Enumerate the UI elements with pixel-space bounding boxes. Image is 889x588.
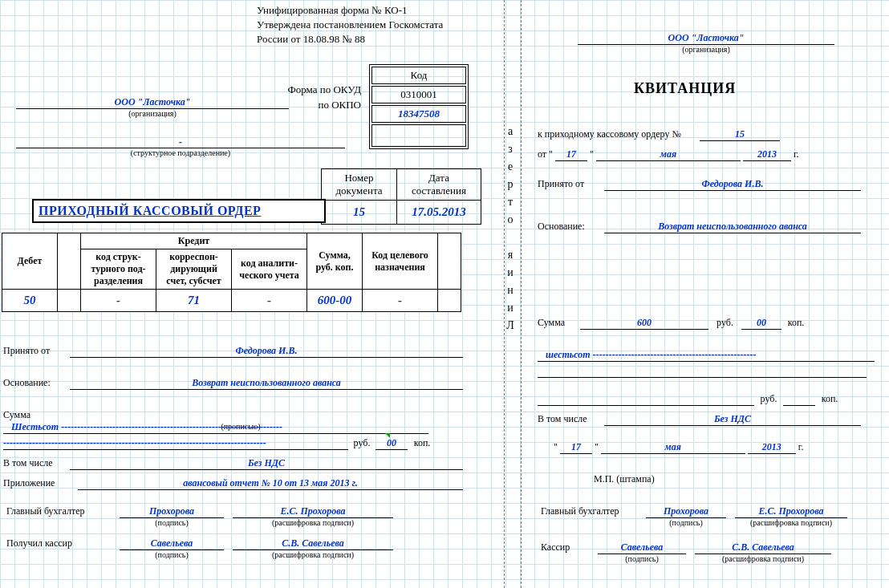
- r-to-order: к приходному кассовому ордеру №: [538, 128, 681, 140]
- form-header-line3: России от 18.08.98 № 88: [257, 32, 443, 47]
- r-cashier-name: С.В. Савельева: [695, 541, 831, 554]
- from-value: Федорова И.В.: [70, 345, 463, 358]
- th-debet: Дебет: [2, 233, 58, 290]
- r-q2: ": [590, 148, 594, 160]
- cut-line-text: азерто яиниЛ: [503, 120, 522, 337]
- receipt-title: КВИТАНЦИЯ: [634, 80, 736, 97]
- org-left: ООО "Ласточка" (организация): [16, 96, 289, 118]
- cashier-sig-caption: (подпись): [120, 550, 224, 559]
- date-label: Дата составления: [396, 169, 481, 201]
- r2-day: 17: [560, 441, 592, 454]
- doc-title-text: ПРИХОДНЫЙ КАССОВЫЙ ОРДЕР: [39, 204, 261, 217]
- okpo-value: 18347508: [371, 105, 466, 123]
- chief-sig-caption: (подпись): [120, 518, 224, 527]
- vtch-value: Без НДС: [70, 457, 463, 470]
- r-rub-label: руб.: [711, 317, 739, 329]
- v-corr: 71: [156, 290, 232, 312]
- r-chief-sign: Прохорова: [646, 505, 726, 518]
- th-blank2: [438, 233, 461, 290]
- app-value: авансовый отчет № 10 от 13 мая 2013 г.: [78, 477, 463, 490]
- org-caption: (организация): [16, 109, 289, 118]
- app-label: Приложение: [3, 477, 75, 489]
- chief-name-caption: (расшифровка подписи): [233, 518, 393, 527]
- v-target: -: [363, 290, 438, 312]
- r-chief-label: Главный бухгалтер: [541, 505, 637, 517]
- th-blank1: [58, 233, 81, 290]
- basis-value: Возврат неиспользованного аванса: [70, 377, 463, 390]
- basis-label: Основание:: [3, 377, 67, 389]
- code-header: Код: [371, 67, 466, 84]
- r-kop: 00: [741, 317, 781, 330]
- kop-label: коп.: [410, 437, 434, 449]
- form-header: Унифицированная форма № КО-1 Утверждена …: [257, 3, 443, 47]
- sum-label: Сумма: [3, 409, 43, 421]
- th-sum: Сумма, руб. коп.: [307, 233, 363, 290]
- kop-value: 00: [375, 437, 408, 450]
- vtch-label: В том числе: [3, 457, 67, 469]
- org-name: ООО "Ласточка": [16, 96, 289, 109]
- th-target: Код целевого назначения: [363, 233, 438, 290]
- v-blank1: [58, 290, 81, 312]
- from-label: Принято от: [3, 345, 67, 357]
- r-from: Федорова И.В.: [604, 178, 861, 191]
- form-header-line2: Утверждена постановлением Госкомстата: [257, 18, 443, 32]
- struct-value: -: [16, 136, 345, 148]
- r-org-caption: (организация): [578, 45, 834, 54]
- r-year-suffix: г.: [794, 148, 799, 160]
- v-blank2: [438, 290, 461, 312]
- cashier-sign: Савельева: [120, 537, 224, 550]
- r2-q2: ": [595, 441, 599, 452]
- r-day: 17: [555, 148, 587, 161]
- cashier-name-caption: (расшифровка подписи): [233, 550, 393, 559]
- r-cashier-label: Кассир: [541, 541, 589, 554]
- num-value: 15: [322, 201, 397, 225]
- code-box: Код 0310001 18347508: [369, 64, 469, 149]
- r-q1: ": [549, 148, 553, 160]
- r-sum-words: шестьсот -------------------------------…: [538, 349, 875, 362]
- r-chief-name-caption: (расшифровка подписи): [735, 518, 847, 527]
- r-month: мая: [596, 148, 741, 161]
- r2-q1: ": [554, 441, 558, 452]
- r-cashier-sig-caption: (подпись): [598, 554, 686, 563]
- chief-name: Е.С. Прохорова: [233, 505, 393, 518]
- okud-value: 0310001: [371, 86, 466, 103]
- r-sum-num: 600: [580, 317, 708, 330]
- chief-sign: Прохорова: [120, 505, 224, 518]
- num-label: Номер документа: [322, 169, 397, 201]
- struct-caption: (структурное подразделение): [16, 148, 345, 157]
- date-value: 17.05.2013: [396, 201, 481, 225]
- r-basis-label: Основание:: [538, 221, 602, 233]
- r-num: 15: [700, 128, 780, 141]
- r-from-word: от: [538, 148, 546, 160]
- r-chief-sig-caption: (подпись): [646, 518, 726, 527]
- r-kop-label: коп.: [784, 317, 808, 329]
- th-anal: код аналити-ческого учета: [232, 249, 307, 290]
- r2-year: 2013: [748, 441, 796, 454]
- rub-label: руб.: [351, 437, 373, 449]
- doc-title: ПРИХОДНЫЙ КАССОВЫЙ ОРДЕР: [32, 199, 326, 223]
- r2-month: мая: [601, 441, 745, 454]
- r-rub2-label: руб.: [757, 393, 781, 405]
- r-from-label: Принято от: [538, 178, 602, 190]
- r-sum-words2: [538, 377, 867, 378]
- cashier-name: С.В. Савельева: [233, 537, 393, 550]
- r-chief-name: Е.С. Прохорова: [735, 505, 847, 518]
- r-cashier-sign: Савельева: [598, 541, 686, 554]
- th-kredit: Кредит: [81, 233, 307, 249]
- chief-label: Главный бухгалтер: [6, 505, 111, 517]
- v-anal: -: [232, 290, 307, 312]
- th-corr: корреспон-дирующий счет, субсчет: [156, 249, 232, 290]
- r-vtch-label: В том числе: [538, 413, 602, 425]
- struct-block: - (структурное подразделение): [16, 136, 345, 157]
- r-basis: Возврат неиспользованного аванса: [604, 221, 861, 233]
- sum-words-cont: ----------------------------------------…: [3, 437, 348, 450]
- r2-year-suffix: г.: [798, 441, 804, 452]
- r-year: 2013: [743, 148, 791, 161]
- th-struct: код струк-турного под-разделения: [81, 249, 156, 290]
- r-stamp: М.П. (штампа): [594, 473, 655, 485]
- form-header-line1: Унифицированная форма № КО-1: [257, 3, 443, 18]
- okud-label: Форма по ОКУД: [257, 83, 361, 96]
- numdate-table: Номер документа Дата составления 15 17.0…: [321, 168, 481, 225]
- r-kop2-label: коп.: [818, 393, 842, 405]
- code-blank: [371, 124, 466, 147]
